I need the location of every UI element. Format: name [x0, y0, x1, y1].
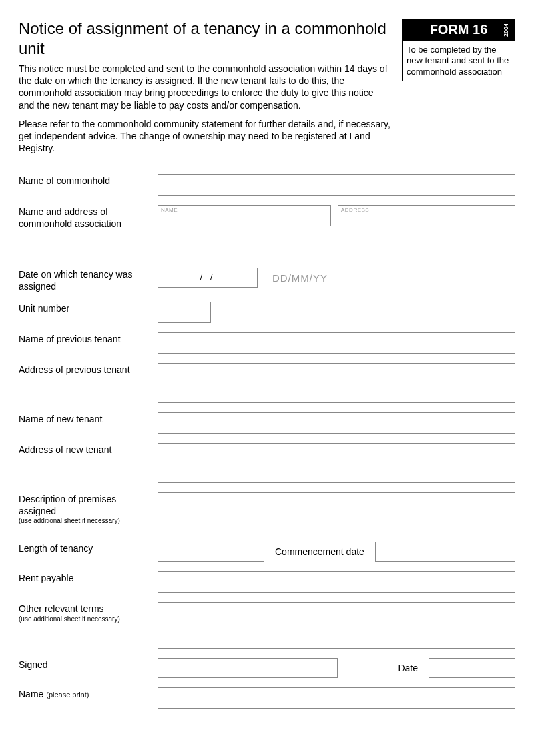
label-other-terms: Other relevant terms (use additional she…: [19, 602, 152, 623]
form-area: Name of commonhold Name and address of c…: [19, 174, 515, 709]
input-prev-tenant-name[interactable]: [158, 332, 515, 354]
row-commonhold-name: Name of commonhold: [19, 174, 515, 196]
row-rent: Rent payable: [19, 571, 515, 593]
input-new-tenant-addr[interactable]: [158, 443, 515, 483]
form-number: FORM 16: [430, 22, 488, 37]
label-date-assigned: Date on which tenancy was assigned: [19, 268, 152, 292]
title-block: Notice of assignment of a tenancy in a c…: [19, 19, 391, 161]
input-signed[interactable]: [158, 658, 338, 678]
input-other-terms[interactable]: [158, 602, 515, 649]
row-other-terms: Other relevant terms (use additional she…: [19, 602, 515, 649]
label-premises: Description of premises assigned (use ad…: [19, 492, 152, 524]
label-name-print: Name (please print): [19, 687, 152, 701]
input-new-tenant-name[interactable]: [158, 412, 515, 434]
row-date-assigned: Date on which tenancy was assigned / / D…: [19, 268, 515, 292]
header-row: Notice of assignment of a tenancy in a c…: [19, 19, 515, 161]
label-new-tenant-name: Name of new tenant: [19, 412, 152, 426]
label-new-tenant-addr: Address of new tenant: [19, 443, 152, 456]
label-premises-text: Description of premises assigned: [19, 494, 116, 516]
label-association: Name and address of commonhold associati…: [19, 205, 152, 230]
input-unit-number[interactable]: [158, 302, 211, 323]
input-rent[interactable]: [158, 571, 515, 593]
row-new-tenant-addr: Address of new tenant: [19, 443, 515, 483]
intro-para-2: Please refer to the commonhold community…: [19, 118, 391, 155]
row-unit-number: Unit number: [19, 302, 515, 323]
label-premises-hint: (use additional sheet if necessary): [19, 517, 152, 524]
input-association-name[interactable]: NAME: [158, 205, 331, 226]
input-commencement[interactable]: [375, 542, 515, 562]
row-premises: Description of premises assigned (use ad…: [19, 492, 515, 532]
label-rent: Rent payable: [19, 571, 152, 585]
label-commencement: Commencement date: [271, 546, 368, 557]
row-prev-tenant-name: Name of previous tenant: [19, 332, 515, 354]
label-commonhold-name: Name of commonhold: [19, 174, 152, 187]
label-prev-tenant-name: Name of previous tenant: [19, 332, 152, 346]
input-prev-tenant-addr[interactable]: [158, 363, 515, 403]
intro-para-1: This notice must be completed and sent t…: [19, 63, 391, 111]
page-title: Notice of assignment of a tenancy in a c…: [19, 19, 391, 59]
input-commonhold-name[interactable]: [158, 174, 515, 196]
form-instruction: To be completed by the new tenant and se…: [402, 41, 515, 81]
input-association-address[interactable]: ADDRESS: [338, 205, 515, 258]
inner-label-name: NAME: [161, 207, 178, 213]
label-other-terms-hint: (use additional sheet if necessary): [19, 615, 152, 623]
input-premises[interactable]: [158, 492, 515, 532]
input-length[interactable]: [158, 542, 264, 562]
form-year: 2004: [503, 23, 509, 36]
label-prev-tenant-addr: Address of previous tenant: [19, 363, 152, 376]
input-date-assigned[interactable]: / /: [158, 268, 258, 288]
label-length: Length of tenancy: [19, 542, 152, 555]
label-other-terms-text: Other relevant terms: [19, 603, 104, 614]
label-date: Date: [394, 663, 422, 673]
row-signed: Signed Date: [19, 658, 515, 678]
form-badge-column: FORM 16 2004 To be completed by the new …: [402, 19, 515, 81]
form-badge: FORM 16 2004: [402, 19, 515, 41]
row-association: Name and address of commonhold associati…: [19, 205, 515, 258]
row-new-tenant-name: Name of new tenant: [19, 412, 515, 434]
label-signed: Signed: [19, 658, 152, 671]
label-name-print-hint: (please print): [46, 691, 89, 699]
input-date[interactable]: [429, 658, 515, 678]
label-name-print-text: Name: [19, 689, 46, 699]
date-format-hint: DD/MM/YY: [272, 272, 328, 284]
row-length-commencement: Length of tenancy Commencement date: [19, 542, 515, 562]
inner-label-address: ADDRESS: [341, 207, 369, 213]
label-unit-number: Unit number: [19, 302, 152, 315]
row-prev-tenant-addr: Address of previous tenant: [19, 363, 515, 403]
input-name-print[interactable]: [158, 687, 515, 709]
row-name-print: Name (please print): [19, 687, 515, 709]
